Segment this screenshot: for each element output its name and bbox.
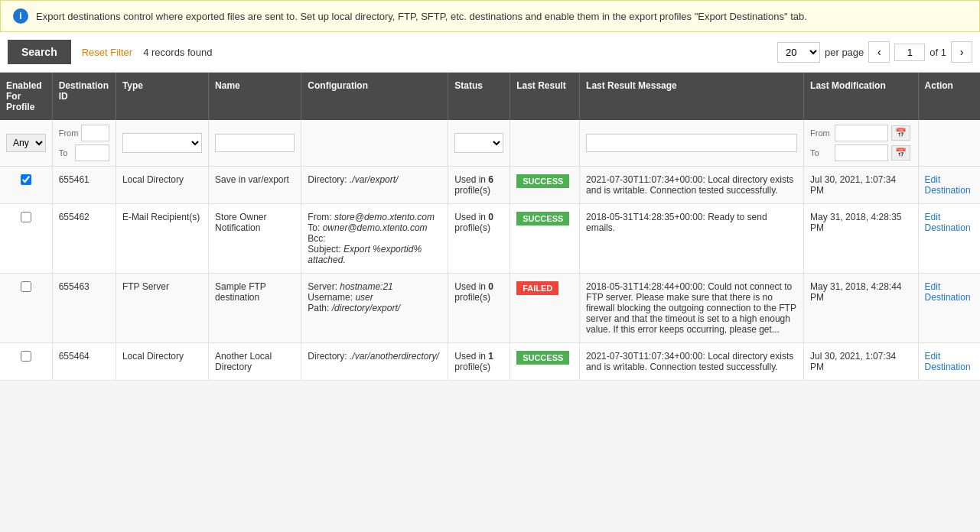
table-row: 655462E-Mail Recipient(s)Store Owner Not… (0, 204, 980, 274)
action-cell: EditDestination (918, 167, 980, 204)
th-enabled: Enabled For Profile (0, 73, 52, 120)
table-header-row: Enabled For Profile Destination ID Type … (0, 73, 980, 120)
enabled-checkbox[interactable] (21, 174, 31, 185)
name-filter-input[interactable] (215, 134, 295, 152)
enabled-checkbox[interactable] (21, 281, 31, 292)
result-badge: SUCCESS (516, 212, 569, 225)
info-banner: i Export destinations control where expo… (0, 0, 980, 32)
table-row: 655463FTP ServerSample FTP destinationSe… (0, 274, 980, 343)
reset-filter-button[interactable]: Reset Filter (82, 47, 132, 58)
message-cell: 2021-07-30T11:07:34+00:00: Local directo… (580, 167, 804, 204)
type-cell: Local Directory (116, 343, 208, 381)
per-page-label: per page (825, 47, 864, 58)
lastmod-to-input[interactable] (835, 144, 888, 161)
status-cell: Used in 6 profile(s) (448, 167, 510, 204)
type-cell: E-Mail Recipient(s) (116, 204, 208, 274)
edit-destination-link[interactable]: EditDestination (925, 174, 971, 196)
message-filter-input[interactable] (586, 134, 797, 152)
filter-message (580, 120, 804, 167)
config-cell: Directory: ./var/export/ (301, 167, 448, 204)
status-cell: Used in 0 profile(s) (448, 274, 510, 343)
filter-status (448, 120, 510, 167)
result-badge: FAILED (516, 281, 558, 295)
th-message: Last Result Message (580, 73, 804, 120)
name-cell: Sample FTP destination (209, 274, 301, 343)
filter-action (918, 120, 980, 167)
search-button[interactable]: Search (8, 40, 71, 64)
edit-destination-link[interactable]: EditDestination (925, 281, 971, 303)
mod-from-label: From (810, 128, 832, 138)
enabled-filter-select: Any Yes No (6, 134, 46, 152)
lastmod-to-calendar-button[interactable]: 📅 (891, 145, 910, 161)
filter-enabled: Any Yes No (0, 120, 52, 167)
destid-to-input[interactable] (75, 144, 109, 161)
status-select[interactable] (454, 133, 503, 153)
per-page-select: 203050100200 (777, 42, 820, 63)
toolbar: Search Reset Filter 4 records found 2030… (0, 32, 980, 73)
status-cell: Used in 0 profile(s) (448, 204, 510, 274)
config-cell: Server: hostname:21Username: userPath: /… (301, 274, 448, 343)
destid-cell: 655463 (52, 274, 116, 343)
name-cell: Save in var/export (209, 167, 301, 204)
type-select[interactable]: Local Directory FTP Server E-Mail Recipi… (122, 133, 202, 153)
info-icon: i (13, 8, 28, 24)
destid-from-input[interactable] (81, 125, 109, 141)
enabled-select[interactable]: Any Yes No (6, 134, 46, 152)
th-config: Configuration (301, 73, 448, 120)
edit-destination-link[interactable]: EditDestination (925, 212, 971, 233)
info-text: Export destinations control where export… (36, 11, 807, 22)
lastmod-cell: May 31, 2018, 4:28:44 PM (804, 274, 919, 343)
enabled-checkbox[interactable] (21, 351, 31, 362)
message-cell: 2021-07-30T11:07:34+00:00: Local directo… (580, 343, 804, 381)
lastmod-filter-group: From 📅 To 📅 (810, 125, 912, 161)
filter-lastresult (510, 120, 580, 167)
th-type: Type (116, 73, 208, 120)
to-label: To (59, 148, 72, 157)
records-found: 4 records found (143, 47, 767, 58)
status-cell: Used in 1 profile(s) (448, 343, 510, 381)
action-cell: EditDestination (918, 274, 980, 343)
edit-destination-link[interactable]: EditDestination (925, 351, 971, 372)
prev-page-button[interactable]: ‹ (868, 41, 890, 63)
lastmod-from-calendar-button[interactable]: 📅 (891, 125, 910, 141)
per-page-dropdown[interactable]: 203050100200 (777, 42, 820, 63)
lastresult-cell: SUCCESS (510, 167, 580, 204)
pagination-controls: 203050100200 per page ‹ of 1 › (777, 41, 972, 63)
lastresult-cell: FAILED (510, 274, 580, 343)
lastmod-cell: Jul 30, 2021, 1:07:34 PM (804, 343, 919, 381)
enabled-cell (0, 167, 52, 204)
message-cell: 2018-05-31T14:28:44+00:00: Could not con… (580, 274, 804, 343)
type-cell: FTP Server (116, 274, 208, 343)
action-cell: EditDestination (918, 204, 980, 274)
enabled-checkbox[interactable] (21, 212, 31, 222)
th-name: Name (209, 73, 301, 120)
page-input[interactable] (894, 44, 925, 61)
th-lastresult: Last Result (510, 73, 580, 120)
lastmod-from-input[interactable] (835, 125, 888, 141)
next-page-button[interactable]: › (951, 41, 972, 63)
th-action: Action (918, 73, 980, 120)
filter-destid: From To (52, 120, 116, 167)
filter-name (209, 120, 301, 167)
th-lastmod: Last Modification (804, 73, 919, 120)
name-cell: Another Local Directory (209, 343, 301, 381)
lastmod-cell: Jul 30, 2021, 1:07:34 PM (804, 167, 919, 204)
lastmod-cell: May 31, 2018, 4:28:35 PM (804, 204, 919, 274)
filter-row: Any Yes No From To (0, 120, 980, 167)
type-cell: Local Directory (116, 167, 208, 204)
config-cell: From: store@demo.xtento.comTo: owner@dem… (301, 204, 448, 274)
destid-filter-group: From To (59, 125, 109, 161)
filter-type: Local Directory FTP Server E-Mail Recipi… (116, 120, 208, 167)
enabled-cell (0, 343, 52, 381)
filter-lastmod: From 📅 To 📅 (804, 120, 919, 167)
destid-cell: 655462 (52, 204, 116, 274)
table-row: 655464Local DirectoryAnother Local Direc… (0, 343, 980, 381)
th-status: Status (448, 73, 510, 120)
message-cell: 2018-05-31T14:28:35+00:00: Ready to send… (580, 204, 804, 274)
from-label: From (59, 128, 79, 138)
name-cell: Store Owner Notification (209, 204, 301, 274)
destid-cell: 655464 (52, 343, 116, 381)
config-cell: Directory: ./var/anotherdirectory/ (301, 343, 448, 381)
destid-cell: 655461 (52, 167, 116, 204)
destinations-table: Enabled For Profile Destination ID Type … (0, 73, 980, 381)
